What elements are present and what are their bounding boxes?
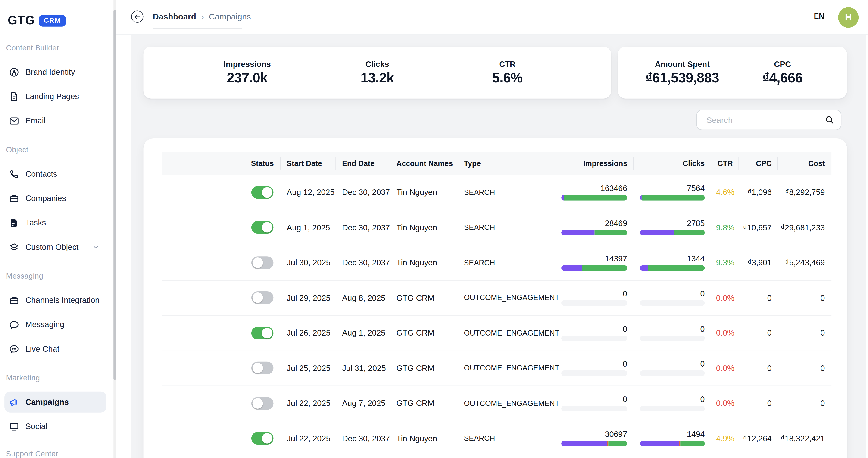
sidebar-item-label: Email <box>26 116 45 125</box>
column-header-clicks[interactable]: Clicks <box>633 152 712 175</box>
column-header-start[interactable]: Start Date <box>280 152 335 175</box>
campaigns-table: StatusStart DateEnd DateAccount NamesTyp… <box>161 152 831 456</box>
status-toggle[interactable] <box>251 327 274 339</box>
cell-start-date: Jul 25, 2025 <box>280 351 335 385</box>
column-header-blank[interactable] <box>161 152 245 175</box>
cell-end-date: Dec 30, 2037 <box>335 421 390 456</box>
status-toggle[interactable] <box>251 432 274 445</box>
breadcrumb-underline <box>153 28 242 29</box>
breadcrumb-separator-icon: › <box>201 11 204 21</box>
cell-type: OUTCOME_ENGAGEMENT <box>457 280 556 315</box>
cell-clicks: 1344 <box>633 245 712 280</box>
cell-account-name: GTG CRM <box>390 351 457 385</box>
clicks-bar <box>640 265 705 271</box>
cell-account-name: Tin Nguyen <box>390 175 457 210</box>
impressions-value: 0 <box>623 325 627 333</box>
cell-impressions: 0 <box>556 315 633 350</box>
sidebar-item-tasks[interactable]: Tasks <box>4 212 106 233</box>
column-header-impressions[interactable]: Impressions <box>556 152 633 175</box>
ctr-value: 0.0% <box>716 294 734 302</box>
table-row: Aug 1, 2025 Dec 30, 2037 Tin Nguyen SEAR… <box>161 210 831 245</box>
toggle-knob <box>262 187 272 197</box>
column-header-end[interactable]: End Date <box>335 152 390 175</box>
cell-impressions: 163466 <box>556 175 633 210</box>
clicks-bar <box>640 195 705 200</box>
cell-cost: ₫5,243,469 <box>777 245 831 280</box>
sidebar-item-brand-identity[interactable]: Brand Identity <box>4 61 106 83</box>
status-toggle[interactable] <box>251 292 274 304</box>
clicks-value: 0 <box>700 325 705 333</box>
cell-end-date: Dec 30, 2037 <box>335 175 390 210</box>
cell-start-date: Jul 30, 2025 <box>280 245 335 280</box>
breadcrumb-campaigns[interactable]: Campaigns <box>209 11 251 21</box>
sidebar-item-channels-integration[interactable]: Channels Integration <box>4 290 106 311</box>
column-header-cost[interactable]: Cost <box>777 152 831 175</box>
clicks-bar <box>640 406 705 411</box>
cell-account-name: Tin Nguyen <box>390 421 457 456</box>
cell-clicks: 7564 <box>633 175 712 210</box>
sidebar-item-custom-object[interactable]: Custom Object <box>4 236 106 257</box>
impressions-bar <box>561 406 627 411</box>
stat-value: 13.2k <box>361 70 394 86</box>
cell-clicks: 0 <box>633 351 712 385</box>
clicks-value: 0 <box>700 395 705 404</box>
cell-clicks: 2785 <box>633 210 712 245</box>
sidebar-item-landing-pages[interactable]: Landing Pages <box>4 86 106 107</box>
column-header-type[interactable]: Type <box>457 152 556 175</box>
sidebar-item-messaging[interactable]: Messaging <box>4 314 106 335</box>
search-input[interactable] <box>705 115 820 125</box>
column-header-cpc[interactable]: CPC <box>738 152 777 175</box>
cell-type: SEARCH <box>457 245 556 280</box>
cell-ctr: 4.9% <box>712 421 739 456</box>
search-icon[interactable] <box>825 115 834 125</box>
brand-identity-icon <box>9 67 19 77</box>
cell-cost: ₫29,681,233 <box>777 210 831 245</box>
status-toggle[interactable] <box>251 362 274 374</box>
column-header-account[interactable]: Account Names <box>390 152 457 175</box>
stat-cpc: CPC ₫4,666 <box>732 47 833 99</box>
clicks-value: 2785 <box>687 219 705 228</box>
sidebar-item-campaigns[interactable]: Campaigns <box>4 392 106 413</box>
clicks-bar <box>640 230 705 236</box>
sidebar-section-content-builder: Content Builder <box>6 44 59 52</box>
chevron-down-icon[interactable] <box>92 243 99 251</box>
clicks-bar <box>640 336 705 341</box>
breadcrumb-dashboard[interactable]: Dashboard <box>153 11 196 21</box>
status-toggle[interactable] <box>251 397 274 409</box>
column-header-ctr[interactable]: CTR <box>712 152 739 175</box>
cell-cost: 0 <box>777 280 831 315</box>
sidebar-item-live-chat[interactable]: Live Chat <box>4 338 106 359</box>
cell-clicks: 1494 <box>633 421 712 456</box>
stat-label: CTR <box>499 60 516 68</box>
sidebar-item-companies[interactable]: Companies <box>4 188 106 209</box>
sidebar-item-contacts[interactable]: Contacts <box>4 163 106 185</box>
cell-status <box>245 386 280 421</box>
stat-label: CPC <box>774 60 791 68</box>
impressions-bar <box>561 300 627 306</box>
clicks-bar <box>640 441 705 447</box>
sidebar-section-marketing: Marketing <box>6 374 40 382</box>
ctr-value: 9.3% <box>716 258 734 267</box>
cell-start-date: Aug 1, 2025 <box>280 210 335 245</box>
breadcrumb: Dashboard › Campaigns <box>153 11 251 21</box>
briefcase-icon <box>9 193 19 203</box>
status-toggle[interactable] <box>251 221 274 234</box>
sidebar-scrollbar-thumb[interactable] <box>114 10 116 380</box>
language-switcher[interactable]: EN <box>814 12 824 21</box>
toggle-knob <box>262 433 272 444</box>
status-toggle[interactable] <box>251 256 274 269</box>
stat-label: Amount Spent <box>655 60 710 68</box>
back-button[interactable] <box>131 10 144 23</box>
cell-cost: ₫18,322,421 <box>777 421 831 456</box>
status-toggle[interactable] <box>251 186 274 199</box>
sidebar-item-email[interactable]: Email <box>4 110 106 131</box>
column-header-status[interactable]: Status <box>245 152 280 175</box>
sidebar: GTG CRM Content Builder Brand Identity L… <box>0 0 116 458</box>
stat-value: 5.6% <box>492 70 523 86</box>
stat-value: 237.0k <box>227 70 268 86</box>
cell-cpc: ₫3,901 <box>738 245 777 280</box>
monitor-icon <box>9 421 19 432</box>
user-avatar[interactable]: H <box>838 7 859 28</box>
sidebar-item-social[interactable]: Social <box>4 416 106 437</box>
chat-bubble-icon <box>9 319 19 330</box>
